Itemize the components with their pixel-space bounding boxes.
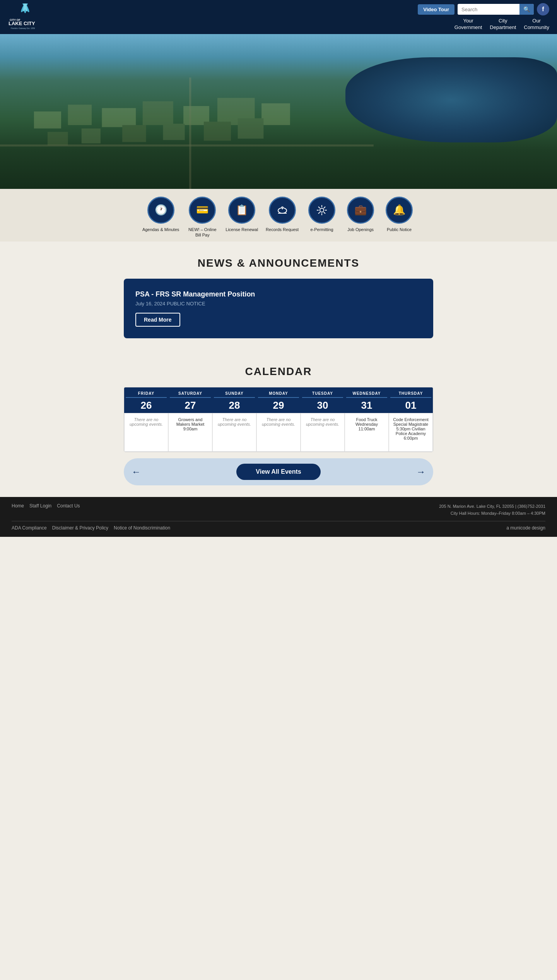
public-notice-label: Public Notice — [387, 227, 412, 232]
footer-bottom: ADA Compliance Disclaimer & Privacy Poli… — [12, 525, 545, 531]
header-right: Video Tour 🔍 f YourGovernment CityDepart… — [418, 3, 549, 31]
svg-point-27 — [320, 208, 324, 212]
footer-top-links: Home Staff Login Contact Us — [12, 503, 80, 517]
search-button[interactable]: 🔍 — [519, 4, 534, 15]
records-request-icon — [269, 197, 296, 224]
quick-links-section: 🕐 Agendas & Minutes 💳 NEW! – OnlineBill … — [0, 189, 557, 242]
hero-city-overlay — [0, 34, 557, 189]
license-renewal-icon: 📋 — [228, 197, 255, 224]
cal-cell-friday: There are no upcoming events. — [124, 413, 168, 452]
cal-cell-saturday: Growers and Makers Market 9:00am — [168, 413, 212, 452]
svg-text:Florida's Gateway Est. 1859: Florida's Gateway Est. 1859 — [11, 27, 35, 29]
calendar-grid: FRIDAY 26 SATURDAY 27 SUNDAY 28 MONDAY 2… — [124, 387, 433, 452]
footer-address: 205 N. Marion Ave. Lake City, FL 32055 |… — [439, 503, 545, 517]
footer-credit: a municode design — [506, 525, 545, 531]
calendar-nav-bar: ← View All Events → — [124, 458, 433, 485]
svg-rect-16 — [82, 128, 101, 144]
records-request-label: Records Request — [266, 227, 299, 232]
agendas-minutes-icon: 🕐 — [147, 197, 174, 224]
cal-cell-wednesday: Food Truck Wednesday 11:00am — [345, 413, 389, 452]
site-footer: Home Staff Login Contact Us 205 N. Mario… — [0, 497, 557, 536]
quick-link-records-request[interactable]: Records Request — [266, 197, 299, 238]
online-bill-pay-label: NEW! – OnlineBill Pay — [188, 227, 217, 238]
svg-rect-20 — [238, 118, 264, 139]
quick-link-online-bill-pay[interactable]: 💳 NEW! – OnlineBill Pay — [187, 197, 218, 238]
agendas-minutes-label: Agendas & Minutes — [142, 227, 179, 232]
nav-city-department[interactable]: CityDepartment — [490, 18, 516, 31]
header-top-row: Video Tour 🔍 f — [418, 3, 549, 15]
license-renewal-label: License Renewal — [226, 227, 258, 232]
quick-link-public-notice[interactable]: 🔔 Public Notice — [384, 197, 415, 238]
calendar-prev-button[interactable]: ← — [132, 466, 141, 477]
video-tour-button[interactable]: Video Tour — [418, 4, 454, 15]
svg-rect-9 — [68, 105, 92, 125]
site-logo[interactable]: CITY OF LAKE CITY Florida's Gateway Est.… — [8, 3, 43, 31]
footer-link-disclaimer[interactable]: Disclaimer & Privacy Policy — [52, 525, 108, 531]
main-nav: YourGovernment CityDepartment OurCommuni… — [454, 18, 549, 31]
footer-link-ada[interactable]: ADA Compliance — [12, 525, 47, 531]
footer-link-staff-login[interactable]: Staff Login — [29, 503, 51, 517]
svg-rect-8 — [34, 111, 61, 128]
svg-line-35 — [318, 212, 320, 214]
quick-link-license-renewal[interactable]: 📋 License Renewal — [226, 197, 258, 238]
online-bill-pay-icon: 💳 — [189, 197, 216, 224]
svg-rect-10 — [102, 108, 136, 127]
svg-line-32 — [318, 207, 320, 208]
cal-header-wednesday: WEDNESDAY 31 — [345, 387, 389, 413]
cal-header-thursday: THURSDAY 01 — [389, 387, 433, 413]
public-notice-icon: 🔔 — [386, 197, 413, 224]
footer-address-line1: 205 N. Marion Ave. Lake City, FL 32055 |… — [439, 503, 545, 510]
e-permitting-label: e-Permitting — [310, 227, 333, 232]
cal-cell-thursday: Code Enforcement Special Magistrate 5:30… — [389, 413, 433, 452]
calendar-next-button[interactable]: → — [416, 466, 425, 477]
svg-line-34 — [324, 207, 325, 208]
job-openings-icon: 💼 — [347, 197, 374, 224]
cal-cell-tuesday: There are no upcoming events. — [301, 413, 345, 452]
svg-rect-18 — [163, 123, 185, 140]
news-article-date: July 16, 2024 PUBLIC NOTICE — [135, 301, 422, 307]
job-openings-label: Job Openings — [347, 227, 374, 232]
news-card: PSA - FRS SR Management Position July 16… — [124, 279, 433, 338]
footer-link-home[interactable]: Home — [12, 503, 24, 517]
news-section-title: NEWS & ANNOUNCEMENTS — [8, 257, 549, 269]
cal-header-tuesday: TUESDAY 30 — [301, 387, 345, 413]
facebook-button[interactable]: f — [537, 3, 549, 15]
footer-link-nondiscrimination[interactable]: Notice of Nondiscrimination — [114, 525, 170, 531]
news-section: NEWS & ANNOUNCEMENTS PSA - FRS SR Manage… — [0, 242, 557, 354]
e-permitting-icon — [308, 197, 335, 224]
footer-top: Home Staff Login Contact Us 205 N. Mario… — [12, 503, 545, 521]
hero-section — [0, 34, 557, 189]
nav-our-community[interactable]: OurCommunity — [524, 18, 549, 31]
svg-rect-14 — [261, 103, 290, 125]
footer-link-contact-us[interactable]: Contact Us — [57, 503, 80, 517]
nav-your-government[interactable]: YourGovernment — [454, 18, 482, 31]
footer-address-line2: City Hall Hours: Monday–Friday 8:00am – … — [439, 510, 545, 517]
quick-link-agendas-minutes[interactable]: 🕐 Agendas & Minutes — [142, 197, 179, 238]
search-bar: 🔍 — [458, 4, 534, 15]
cal-header-monday: MONDAY 29 — [256, 387, 301, 413]
svg-rect-11 — [143, 101, 173, 125]
cal-cell-sunday: There are no upcoming events. — [212, 413, 256, 452]
logo-area: CITY OF LAKE CITY Florida's Gateway Est.… — [8, 3, 43, 31]
quick-link-job-openings[interactable]: 💼 Job Openings — [345, 197, 376, 238]
footer-bottom-links: ADA Compliance Disclaimer & Privacy Poli… — [12, 525, 170, 531]
cal-cell-monday: There are no upcoming events. — [256, 413, 301, 452]
news-article-title: PSA - FRS SR Management Position — [135, 290, 422, 298]
cal-header-friday: FRIDAY 26 — [124, 387, 168, 413]
svg-line-33 — [324, 212, 325, 214]
quick-link-e-permitting[interactable]: e-Permitting — [306, 197, 337, 238]
search-input[interactable] — [458, 4, 519, 15]
site-header: CITY OF LAKE CITY Florida's Gateway Est.… — [0, 0, 557, 34]
view-all-events-button[interactable]: View All Events — [236, 464, 320, 480]
svg-text:LAKE CITY: LAKE CITY — [9, 21, 35, 26]
svg-rect-19 — [204, 122, 231, 140]
calendar-section: CALENDAR FRIDAY 26 SATURDAY 27 SUNDAY 28… — [0, 354, 557, 485]
cal-header-sunday: SUNDAY 28 — [212, 387, 256, 413]
svg-rect-15 — [48, 132, 68, 145]
read-more-button[interactable]: Read More — [135, 313, 180, 327]
svg-rect-17 — [122, 125, 146, 142]
calendar-section-title: CALENDAR — [8, 365, 549, 378]
cal-header-saturday: SATURDAY 27 — [168, 387, 212, 413]
